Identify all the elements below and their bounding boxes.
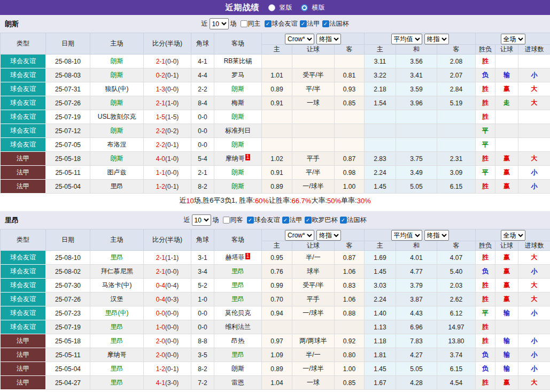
- result-goals-cell: 大: [518, 82, 550, 96]
- checkbox-icon[interactable]: [241, 20, 247, 27]
- vertical-layout-radio[interactable]: [268, 4, 275, 11]
- odds-company-select[interactable]: Crow*: [285, 230, 314, 241]
- sub-col-handicap: 让球: [292, 45, 335, 55]
- horizontal-layout-radio[interactable]: [301, 4, 308, 11]
- date-cell: 25-05-18: [46, 334, 90, 348]
- checkbox-icon[interactable]: ✓: [265, 20, 272, 27]
- result-text: 小: [531, 71, 538, 79]
- matches-count-select[interactable]: 10: [192, 214, 211, 226]
- avg-type-select[interactable]: 平均值: [391, 230, 422, 241]
- avg-draw-cell: 3.41: [396, 68, 437, 82]
- avg-home-cell: [365, 124, 396, 138]
- odds-away-cell: 0.87: [335, 152, 365, 166]
- checkbox-icon[interactable]: ✓: [322, 20, 329, 27]
- league-filter[interactable]: ✓法国杯: [340, 216, 367, 225]
- result-goals-cell: [518, 110, 550, 124]
- odds-company-select[interactable]: Crow*: [285, 34, 314, 44]
- date-cell: 25-07-23: [46, 306, 90, 320]
- league-filter-label: 欧罗巴杯: [312, 216, 338, 225]
- fulltime-score: 2-2: [156, 141, 165, 149]
- halftime-score: (0-0): [165, 310, 179, 317]
- score-cell: 2-1(0-0): [144, 55, 191, 68]
- summary-segment: 大率:: [311, 196, 327, 205]
- league-filter[interactable]: ✓法甲: [300, 19, 320, 28]
- avg-away-cell: [437, 110, 476, 124]
- halftime-score: (0-1): [165, 141, 179, 149]
- league-filter[interactable]: ✓法国杯: [322, 19, 349, 28]
- checkbox-icon[interactable]: ✓: [300, 20, 307, 27]
- fulltime-score: 0-0: [156, 310, 165, 317]
- league-filter-label: 法甲: [290, 216, 303, 225]
- match-row: 法甲25-05-18里昂2-0(0-0)8-8昂热0.97两/两球半0.921.…: [1, 334, 550, 348]
- result-text: 小: [531, 182, 538, 190]
- horizontal-layout-label[interactable]: 横版: [312, 3, 325, 12]
- avg-home-cell: 1.81: [365, 348, 396, 362]
- odds-home-cell: 1.04: [262, 376, 292, 390]
- same-venue-filter[interactable]: 同客: [223, 216, 243, 225]
- checkbox-icon[interactable]: ✓: [305, 217, 312, 224]
- away-team-name: 赫塔菲: [226, 253, 245, 261]
- scope-select[interactable]: 全场: [501, 230, 525, 241]
- avg-type-select[interactable]: 平均值: [391, 34, 422, 44]
- scope-select[interactable]: 全场: [501, 34, 525, 44]
- odds-away-cell: 1.00: [335, 362, 365, 376]
- away-team-name: 里昂: [231, 295, 244, 303]
- home-team-name: 拜仁慕尼黑: [101, 267, 133, 275]
- odds-stage-select[interactable]: 终指: [316, 34, 341, 44]
- league-filter[interactable]: ✓球会友谊: [247, 216, 280, 225]
- fulltime-score: 1-3: [156, 86, 165, 93]
- result-text: 大: [531, 379, 538, 386]
- handicap-line-cell: 一/球半: [292, 180, 335, 194]
- league-filter[interactable]: ✓欧罗巴杯: [305, 216, 338, 225]
- score-cell: 4-0(1-0): [144, 152, 191, 166]
- checkbox-icon[interactable]: [223, 217, 230, 224]
- same-venue-filter[interactable]: 同主: [241, 19, 261, 28]
- avg-home-cell: 1.45: [365, 362, 396, 376]
- away-team-name: 朗斯: [231, 168, 244, 176]
- odds-group-header: Crow*终指: [262, 33, 365, 45]
- home-team-name: 里昂: [111, 323, 123, 330]
- home-team-cell: 汉堡: [90, 293, 144, 306]
- home-team-cell: USL敦刻尔克: [90, 110, 144, 124]
- odds-home-cell: [262, 55, 292, 68]
- avg-stage-select[interactable]: 终指: [424, 230, 449, 241]
- result-text: 赢: [503, 281, 510, 289]
- date-cell: 25-04-27: [46, 376, 90, 390]
- result-handicap-cell: 走: [495, 96, 518, 110]
- result-handicap-cell: 赢: [495, 265, 518, 279]
- checkbox-icon[interactable]: ✓: [340, 217, 347, 224]
- avg-draw-cell: 4.43: [396, 306, 437, 320]
- result-handicap-cell: 赢: [495, 293, 518, 306]
- sub-col-odds-home: 主: [262, 241, 292, 251]
- home-team-name: 汉堡: [111, 295, 123, 303]
- type-cell: 法甲: [1, 376, 46, 390]
- odds-stage-select[interactable]: 终指: [316, 230, 341, 241]
- matches-count-select[interactable]: 10: [210, 18, 229, 29]
- match-row: 球会友谊25-07-19里昂1-0(0-0)0-0维利法兰1.136.9614.…: [1, 320, 550, 334]
- away-team-cell: 朗斯: [214, 166, 262, 180]
- avg-draw-cell: 6.96: [396, 320, 437, 334]
- result-goals-cell: 小: [518, 306, 550, 320]
- vertical-layout-label[interactable]: 竖版: [280, 3, 292, 12]
- league-filter[interactable]: ✓法甲: [282, 216, 303, 225]
- checkbox-icon[interactable]: ✓: [247, 217, 254, 224]
- type-cell: 法甲: [1, 152, 46, 166]
- avg-draw-cell: 4.28: [396, 376, 437, 390]
- date-cell: 25-07-26: [46, 96, 90, 110]
- date-cell: 25-05-11: [46, 166, 90, 180]
- type-cell: 法甲: [1, 362, 46, 376]
- league-filter[interactable]: ✓球会友谊: [265, 19, 298, 28]
- checkbox-icon[interactable]: ✓: [282, 217, 289, 224]
- sub-col-odds-home: 主: [262, 45, 292, 55]
- match-row: 球会友谊25-07-30马洛卡(中)0-4(0-4)5-2里昂0.99受平/半0…: [1, 279, 550, 293]
- fulltime-score: 1-2: [156, 365, 165, 373]
- avg-stage-select[interactable]: 终指: [424, 34, 449, 44]
- home-team-name: 摩纳哥: [107, 351, 127, 358]
- match-row: 球会友谊25-08-10朗斯2-1(0-0)4-1RB莱比锡3.113.562.…: [1, 55, 550, 68]
- avg-home-cell: 2.18: [365, 82, 396, 96]
- fulltime-score: 2-1: [156, 99, 165, 107]
- handicap-line-cell: [292, 110, 335, 124]
- summary-segment: 单率:: [341, 196, 357, 205]
- avg-draw-cell: 5.05: [396, 180, 437, 194]
- result-wdl-cell: 胜: [476, 376, 495, 390]
